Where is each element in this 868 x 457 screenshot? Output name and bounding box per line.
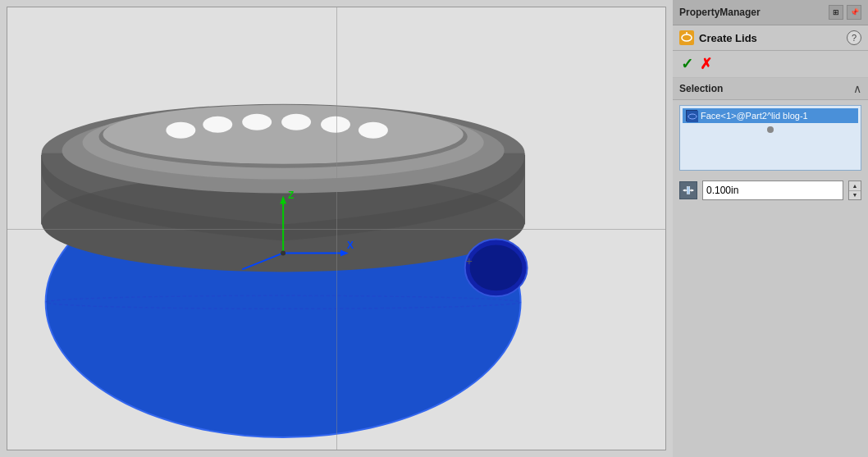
svg-point-25 — [281, 250, 286, 255]
panel-pin-icon[interactable]: 📌 — [847, 5, 861, 20]
svg-point-15 — [359, 122, 388, 139]
selection-list[interactable]: Face<1>@Part2^lid blog-1 — [679, 105, 861, 171]
3d-viewport[interactable]: Z X + — [7, 7, 666, 450]
selection-circle — [767, 126, 774, 133]
action-row: ✓ ✗ — [673, 51, 868, 78]
create-lids-title: Create Lids — [699, 32, 757, 44]
panel-grid-icon[interactable]: ⊞ — [829, 5, 843, 20]
spin-down-button[interactable]: ▼ — [849, 191, 861, 200]
svg-point-11 — [203, 117, 232, 133]
spin-up-button[interactable]: ▲ — [849, 181, 861, 191]
selection-item-text: Face<1>@Part2^lid blog-1 — [701, 111, 808, 121]
svg-point-10 — [166, 122, 195, 139]
dimension-row: ▲ ▼ — [673, 176, 868, 205]
panel-title: PropertyManager — [679, 7, 761, 18]
face-icon — [686, 110, 697, 121]
svg-text:Z: Z — [288, 190, 294, 201]
panel-header: PropertyManager ⊞ 📌 — [673, 0, 868, 25]
svg-point-12 — [242, 114, 272, 130]
dimension-input[interactable] — [702, 181, 843, 200]
create-lids-icon — [679, 30, 694, 45]
collapse-icon[interactable]: ∧ — [853, 82, 861, 95]
create-lids-bar: Create Lids ? — [673, 25, 868, 51]
cancel-button[interactable]: ✗ — [700, 55, 712, 73]
svg-text:+: + — [466, 254, 473, 267]
help-icon[interactable]: ? — [847, 30, 861, 45]
dimension-spinner: ▲ ▼ — [848, 181, 861, 200]
svg-point-14 — [321, 117, 350, 133]
ok-button[interactable]: ✓ — [681, 55, 693, 73]
panel-header-icons: ⊞ 📌 — [829, 5, 861, 20]
svg-rect-37 — [687, 186, 690, 194]
dimension-icon — [679, 181, 697, 199]
selection-item[interactable]: Face<1>@Part2^lid blog-1 — [683, 108, 858, 123]
svg-point-13 — [281, 114, 311, 130]
selection-header: Selection ∧ — [673, 78, 868, 100]
property-manager-panel: PropertyManager ⊞ 📌 Create Lids ? ✓ ✗ Se… — [673, 0, 868, 457]
svg-point-9 — [103, 105, 464, 164]
svg-point-17 — [470, 244, 523, 290]
svg-text:X: X — [347, 240, 354, 251]
selection-label: Selection — [679, 83, 723, 94]
